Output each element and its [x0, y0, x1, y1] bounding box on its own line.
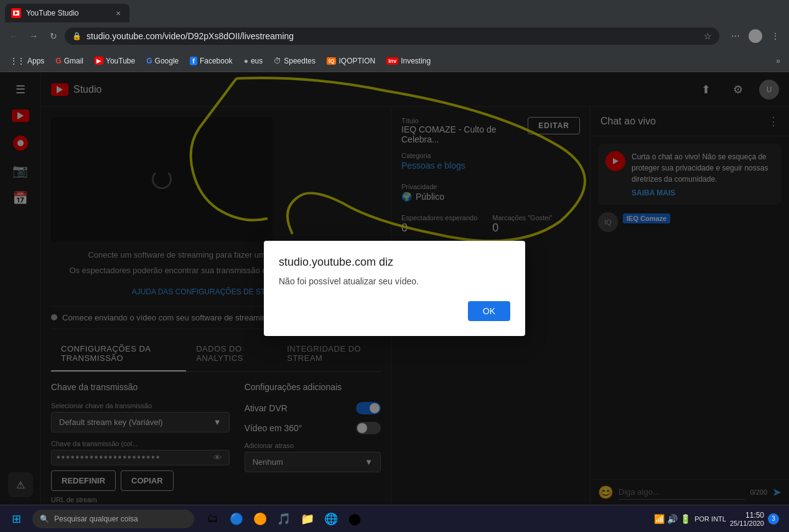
taskbar-app-6[interactable]: 🌐 — [320, 508, 342, 530]
bookmark-star-icon[interactable]: ☆ — [704, 31, 712, 41]
toolbar-icons: ⋯ ⋮ — [727, 27, 784, 45]
menu-button[interactable]: ⋮ — [767, 27, 784, 45]
google-icon: G — [146, 57, 152, 65]
tray-language: POR INTL — [694, 515, 726, 523]
forward-button[interactable]: → — [25, 27, 42, 45]
taskbar-search[interactable]: 🔍 Pesquisar qualquer coisa — [32, 510, 194, 528]
back-button[interactable]: ← — [5, 27, 22, 45]
gmail-icon: G — [55, 57, 61, 65]
tab-close-button[interactable]: ✕ — [113, 8, 123, 18]
tray-icons: 📶 🔊 🔋 — [654, 514, 691, 524]
tray-sound-icon: 🔊 — [667, 514, 678, 524]
iqoption-icon: IQ — [327, 57, 337, 65]
apps-icon: ⋮⋮ — [10, 57, 25, 65]
facebook-icon: f — [190, 57, 197, 65]
url-text: studio.youtube.com/video/D92pXs8dOII/liv… — [86, 31, 696, 41]
dialog-actions: OK — [279, 301, 510, 321]
taskbar-center-apps: 🗂 🔵 🟠 🎵 📁 🌐 ⬤ — [202, 508, 366, 530]
tray-network-icon: 📶 — [654, 514, 665, 524]
bookmark-youtube[interactable]: ▶ YouTube — [90, 53, 140, 69]
start-button[interactable]: ⊞ — [5, 508, 27, 530]
notification-badge[interactable]: 3 — [768, 513, 779, 525]
taskbar-tray: 📶 🔊 🔋 POR INTL 11:50 25/11/2020 3 — [649, 511, 784, 527]
taskbar-chrome[interactable]: ⬤ — [343, 508, 366, 530]
taskbar-app-1[interactable]: 🗂 — [202, 508, 224, 530]
taskbar-app-3[interactable]: 🟠 — [249, 508, 271, 530]
dialog-box: studio.youtube.com diz Não foi possível … — [264, 241, 525, 336]
bookmarks-more-button[interactable]: » — [772, 57, 784, 65]
dialog-title: studio.youtube.com diz — [279, 256, 510, 269]
tab-bar: YouTube Studio ✕ — [0, 0, 789, 22]
share-button[interactable]: ⋯ — [727, 27, 744, 45]
taskbar: ⊞ 🔍 Pesquisar qualquer coisa 🗂 🔵 🟠 🎵 📁 🌐… — [0, 505, 789, 532]
dialog-message: Não foi possível atualizar seu vídeo. — [279, 276, 510, 286]
bookmark-iqoption[interactable]: IQ IQOPTION — [322, 53, 380, 69]
tray-battery-icon: 🔋 — [680, 514, 691, 524]
bookmark-investing[interactable]: Inv Investing — [381, 53, 436, 69]
eus-icon: ● — [244, 57, 248, 65]
bookmarks-bar: ⋮⋮ Apps G Gmail ▶ YouTube G Google f Fac… — [0, 50, 789, 72]
taskbar-search-icon: 🔍 — [40, 515, 49, 523]
bookmark-speedtest[interactable]: ⏱ Speedtes — [269, 53, 320, 69]
address-bar[interactable]: 🔒 studio.youtube.com/video/D92pXs8dOII/l… — [65, 27, 719, 45]
youtube-icon: ▶ — [95, 57, 103, 65]
clock-time: 11:50 — [730, 511, 764, 520]
bookmark-apps[interactable]: ⋮⋮ Apps — [5, 53, 49, 69]
investing-icon: Inv — [386, 57, 398, 65]
active-tab[interactable]: YouTube Studio ✕ — [5, 4, 129, 22]
browser-frame: YouTube Studio ✕ ← → ↻ 🔒 studio.youtube.… — [0, 0, 789, 532]
clock-date: 25/11/2020 — [730, 520, 764, 527]
bookmark-gmail[interactable]: G Gmail — [50, 53, 88, 69]
profile-button[interactable] — [747, 27, 764, 45]
taskbar-app-2[interactable]: 🔵 — [225, 508, 248, 530]
reload-button[interactable]: ↻ — [45, 27, 62, 45]
dialog-overlay: studio.youtube.com diz Não foi possível … — [0, 72, 789, 505]
speedtest-icon: ⏱ — [274, 57, 281, 65]
bookmark-eus[interactable]: ● eus — [239, 53, 268, 69]
tab-title: YouTube Studio — [26, 9, 108, 17]
bookmark-google[interactable]: G Google — [141, 53, 184, 69]
taskbar-app-5[interactable]: 📁 — [296, 508, 319, 530]
taskbar-app-4[interactable]: 🎵 — [273, 508, 295, 530]
windows-icon: ⊞ — [12, 512, 21, 526]
tab-favicon — [11, 8, 21, 18]
address-bar-row: ← → ↻ 🔒 studio.youtube.com/video/D92pXs8… — [0, 22, 789, 50]
taskbar-search-text: Pesquisar qualquer coisa — [54, 515, 138, 523]
bookmark-facebook[interactable]: f Facebook — [185, 53, 237, 69]
taskbar-clock[interactable]: 11:50 25/11/2020 — [730, 511, 764, 527]
dialog-ok-button[interactable]: OK — [468, 301, 510, 321]
page-content: ☰ 📷 📅 ⚠ — [0, 72, 789, 505]
lock-icon: 🔒 — [72, 32, 82, 40]
